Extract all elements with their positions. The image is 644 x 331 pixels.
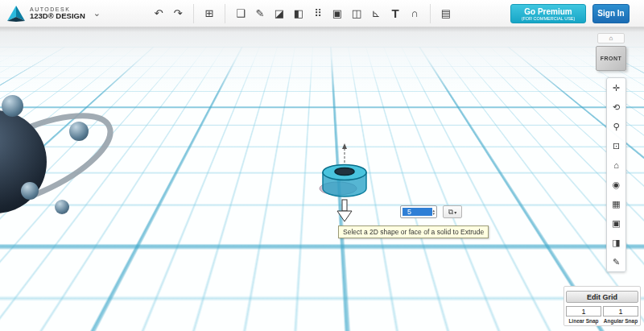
viewcube-front-face[interactable]: FRONT — [596, 46, 626, 71]
angular-snap-input[interactable]: 1 — [603, 306, 638, 317]
top-toolbar: AUTODESK 123D® DESIGN ⌄ ↶ ↷ ⊞ ❑ ✎ ◪ ◧ ⠿ … — [0, 0, 644, 27]
measure-icon: ⊾ — [372, 7, 381, 19]
zoom-window-icon: ⊡ — [613, 141, 620, 151]
toolbar-button-sketch[interactable]: ✎ — [250, 3, 270, 24]
toolbar-button-grouping[interactable]: ▣ — [328, 3, 347, 24]
transform-icon: ⊞ — [205, 7, 214, 19]
snap-icon: ∩ — [411, 7, 418, 19]
redo-button[interactable]: ↷ — [168, 3, 188, 24]
app-menu-chevron-icon[interactable]: ⌄ — [93, 8, 101, 19]
eye-icon: ◉ — [613, 180, 621, 190]
toolbar-button-combine[interactable]: ◫ — [347, 3, 366, 24]
annotate-button[interactable]: ✎ — [609, 256, 624, 267]
zoom-button[interactable]: ⚲ — [609, 121, 624, 132]
brand-text: AUTODESK 123D® DESIGN — [30, 6, 85, 20]
orbit-button[interactable]: ⟲ — [609, 101, 624, 113]
go-premium-sublabel: (FOR COMMERCIAL USE) — [511, 17, 585, 22]
extrude-options-button[interactable]: ⧉ ▾ — [443, 205, 462, 218]
construct-icon: ◪ — [275, 7, 284, 19]
autodesk-123d-logo — [6, 5, 26, 23]
combine-icon: ◫ — [352, 7, 361, 19]
toolbar-button-construct[interactable]: ◪ — [270, 3, 289, 24]
linear-snap-label: Linear Snap — [566, 318, 601, 324]
extrude-distance-widget: 5 ▴ ▾ ⧉ ▾ — [400, 205, 462, 218]
toolbar-button-text[interactable]: T — [386, 3, 405, 24]
angular-snap-label: Angular Snap — [603, 318, 638, 324]
zoom-window-button[interactable]: ⊡ — [609, 140, 624, 151]
visibility-button[interactable]: ◉ — [609, 179, 624, 190]
pan-icon: ✛ — [613, 83, 620, 93]
pattern-icon: ⠿ — [314, 7, 322, 19]
undo-icon: ↶ — [155, 7, 163, 19]
screenshot-button[interactable]: ▣ — [609, 217, 624, 229]
brand-product: 123D® DESIGN — [30, 12, 85, 20]
home-view-button[interactable]: ⌂ — [609, 159, 624, 171]
home-view-icon: ⌂ — [613, 160, 619, 170]
undo-button[interactable]: ↶ — [149, 3, 168, 24]
toolbar-button-snap[interactable]: ∩ — [405, 3, 424, 24]
viewcube-home-button[interactable]: ⌂ — [597, 33, 625, 43]
go-premium-label: Go Premium — [511, 8, 585, 16]
materials-icon: ▤ — [441, 7, 451, 19]
extrude-options-icon: ⧉ — [448, 208, 453, 217]
model-sphere-small[interactable] — [55, 200, 69, 214]
text-icon: T — [391, 6, 398, 20]
model-sphere-small[interactable] — [69, 122, 89, 141]
camera-icon: ▣ — [612, 218, 620, 229]
grid-settings-panel: Edit Grid 1 Linear Snap 1 Angular Snap — [564, 286, 641, 327]
grouping-icon: ▣ — [332, 7, 342, 19]
toolbar-button-pattern[interactable]: ⠿ — [308, 3, 328, 24]
model-sphere-small[interactable] — [21, 182, 39, 200]
spinner-down-icon[interactable]: ▾ — [432, 212, 435, 215]
redo-icon: ↷ — [174, 7, 183, 19]
grid-icon: ▦ — [612, 199, 620, 209]
zoom-icon: ⚲ — [613, 122, 619, 132]
orbit-icon: ⟲ — [613, 102, 620, 113]
extrude-tooltip: Select a 2D shape or face of a solid to … — [338, 225, 489, 238]
extrude-drag-arrow — [337, 200, 352, 221]
toolbar-separator — [193, 4, 194, 23]
linear-snap-cell: 1 Linear Snap — [566, 306, 601, 324]
viewcube-front-label: FRONT — [601, 56, 622, 61]
materials-icon: ◨ — [612, 238, 620, 248]
navigation-side-toolbar: ✛ ⟲ ⚲ ⊡ ⌂ ◉ ▦ ▣ ◨ ✎ — [606, 77, 626, 272]
primitives-icon: ❑ — [236, 7, 246, 19]
edit-grid-button[interactable]: Edit Grid — [566, 291, 638, 303]
extrude-distance-value[interactable]: 5 — [402, 208, 432, 216]
toolbar-button-primitives[interactable]: ❑ — [231, 3, 250, 24]
home-icon: ⌂ — [609, 35, 613, 42]
model-sphere-small[interactable] — [2, 95, 23, 117]
toolbar-button-modify[interactable]: ◧ — [289, 3, 308, 24]
dropdown-arrow-icon: ▾ — [454, 209, 456, 215]
pencil-icon: ✎ — [613, 257, 620, 267]
modify-icon: ◧ — [294, 7, 303, 19]
pan-button[interactable]: ✛ — [609, 82, 624, 93]
go-premium-button[interactable]: Go Premium (FOR COMMERCIAL USE) — [510, 4, 586, 23]
viewport-canvas[interactable]: 5 ▴ ▾ ⧉ ▾ Select a 2D shape or face of a… — [0, 27, 644, 331]
toolbar-button-measure[interactable]: ⊾ — [366, 3, 386, 24]
sketch-icon: ✎ — [256, 7, 265, 19]
extrude-distance-input[interactable]: 5 ▴ ▾ — [400, 205, 437, 218]
materials-shading-button[interactable]: ◨ — [609, 237, 624, 248]
toolbar-button-materials[interactable]: ▤ — [436, 3, 456, 24]
toolbar-separator — [225, 4, 225, 23]
angular-snap-cell: 1 Angular Snap — [603, 306, 638, 324]
value-spinner[interactable]: ▴ ▾ — [432, 209, 435, 215]
sign-in-button[interactable]: Sign In — [592, 4, 630, 23]
toolbar-button-transform[interactable]: ⊞ — [200, 3, 219, 24]
linear-snap-input[interactable]: 1 — [566, 306, 601, 317]
grid-display-button[interactable]: ▦ — [609, 198, 624, 209]
toolbar-separator — [430, 4, 431, 23]
snap-settings-row: 1 Linear Snap 1 Angular Snap — [566, 306, 638, 324]
